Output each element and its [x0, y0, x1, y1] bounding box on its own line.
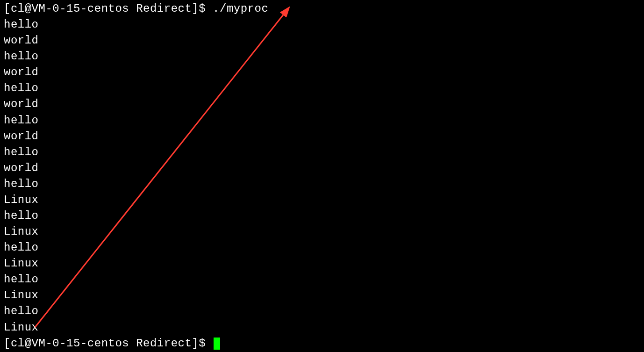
output-line: hello [4, 80, 644, 96]
output-line: hello [4, 272, 644, 287]
output-line: world [4, 96, 644, 112]
output-line: Linux [4, 192, 644, 208]
output-line: hello [4, 49, 644, 65]
output-line: world [4, 33, 644, 49]
output-line: hello [4, 240, 644, 256]
cursor-block [214, 338, 220, 350]
output-line: Linux [4, 287, 644, 303]
command-line-1: [cl@VM-0-15-centos Redirect]$ ./myproc [4, 1, 644, 17]
output-line: hello [4, 113, 644, 129]
output-line: world [4, 65, 644, 80]
output-line: hello [4, 17, 644, 33]
prompt-text-2: [cl@VM-0-15-centos Redirect]$ [4, 337, 213, 350]
output-line: hello [4, 303, 644, 319]
output-line: Linux [4, 224, 644, 240]
output-line: world [4, 129, 644, 144]
terminal-output[interactable]: [cl@VM-0-15-centos Redirect]$ ./myproc h… [4, 1, 644, 352]
output-line: world [4, 160, 644, 176]
output-line: hello [4, 144, 644, 160]
output-lines: helloworldhelloworldhelloworldhelloworld… [4, 17, 644, 336]
output-line: hello [4, 208, 644, 224]
command-line-2: [cl@VM-0-15-centos Redirect]$ [4, 336, 644, 352]
prompt-text: [cl@VM-0-15-centos Redirect]$ [4, 2, 213, 15]
output-line: hello [4, 176, 644, 192]
output-line: Linux [4, 256, 644, 272]
output-line: Linux [4, 320, 644, 336]
command-text: ./myproc [213, 2, 268, 15]
